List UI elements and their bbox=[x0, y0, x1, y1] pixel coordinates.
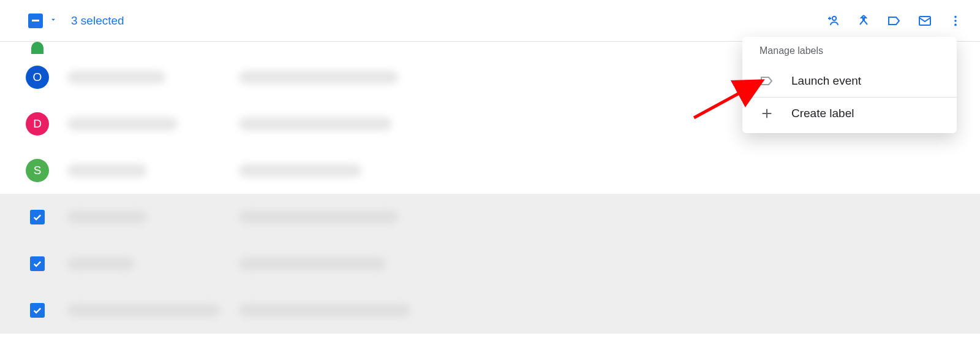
contact-name bbox=[67, 210, 147, 224]
more-button[interactable] bbox=[948, 13, 963, 28]
list-item[interactable] bbox=[0, 287, 980, 334]
list-item[interactable] bbox=[0, 240, 980, 287]
contact-email bbox=[239, 304, 410, 317]
contact-name bbox=[67, 164, 147, 177]
avatar-letter: O bbox=[33, 71, 42, 84]
toolbar-actions bbox=[826, 13, 963, 28]
mail-icon bbox=[918, 13, 932, 29]
check-icon bbox=[32, 258, 43, 269]
label-button[interactable] bbox=[887, 13, 902, 28]
contact-email bbox=[239, 117, 392, 131]
menu-item-create-label[interactable]: Create label bbox=[742, 97, 957, 133]
contact-email bbox=[239, 210, 398, 224]
row-checkbox[interactable] bbox=[30, 303, 45, 318]
avatar: D bbox=[26, 112, 49, 136]
contact-name bbox=[67, 117, 178, 131]
merge-icon bbox=[856, 13, 871, 28]
menu-item-label: Launch event bbox=[791, 74, 861, 88]
list-item[interactable]: S bbox=[0, 147, 980, 194]
avatar bbox=[31, 42, 43, 54]
contact-email bbox=[239, 257, 386, 270]
contact-name bbox=[67, 257, 135, 270]
contact-email bbox=[239, 164, 361, 177]
avatar: S bbox=[26, 159, 49, 182]
contact-name bbox=[67, 304, 221, 317]
more-vert-icon bbox=[949, 14, 962, 28]
check-icon bbox=[32, 212, 43, 223]
menu-item-label: Create label bbox=[791, 107, 854, 120]
add-person-button[interactable] bbox=[826, 13, 840, 28]
person-add-icon bbox=[826, 13, 840, 29]
contact-name bbox=[67, 71, 165, 84]
label-outline-icon bbox=[760, 74, 774, 88]
check-icon bbox=[32, 305, 43, 316]
select-dropdown-caret[interactable] bbox=[49, 15, 58, 26]
svg-point-0 bbox=[832, 16, 836, 20]
merge-button[interactable] bbox=[856, 13, 871, 28]
label-outline-icon bbox=[887, 13, 902, 29]
manage-labels-menu: Manage labels Launch event Create label bbox=[742, 37, 957, 133]
avatar: O bbox=[26, 66, 49, 89]
caret-down-icon bbox=[49, 15, 58, 24]
avatar-letter: D bbox=[33, 117, 42, 131]
email-button[interactable] bbox=[918, 13, 932, 28]
toolbar: 3 selected bbox=[0, 0, 980, 42]
svg-point-4 bbox=[954, 23, 957, 26]
menu-item-launch-event[interactable]: Launch event bbox=[742, 65, 957, 97]
avatar-letter: S bbox=[34, 164, 42, 177]
select-all-checkbox[interactable] bbox=[28, 13, 43, 28]
row-checkbox[interactable] bbox=[30, 210, 45, 224]
menu-header: Manage labels bbox=[742, 45, 957, 65]
row-checkbox[interactable] bbox=[30, 256, 45, 271]
plus-icon bbox=[760, 106, 774, 121]
list-item[interactable] bbox=[0, 194, 980, 240]
svg-point-3 bbox=[954, 20, 957, 22]
svg-point-2 bbox=[954, 15, 957, 18]
selection-count: 3 selected bbox=[71, 14, 124, 28]
contact-email bbox=[239, 71, 398, 84]
indeterminate-icon bbox=[32, 20, 39, 21]
